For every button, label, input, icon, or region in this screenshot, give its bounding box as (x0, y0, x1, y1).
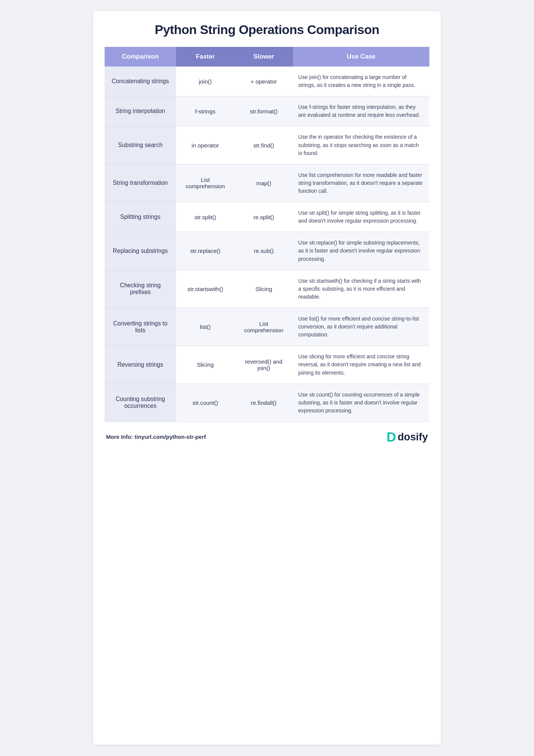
cell-comparison: Splitting strings (105, 202, 176, 232)
header-comparison: Comparison (105, 47, 176, 67)
cell-usecase: Use str.split() for simple string splitt… (293, 202, 429, 232)
cell-usecase: Use join() for concatenating a large num… (293, 67, 429, 96)
cell-comparison: Reversing strings (105, 346, 176, 384)
cell-comparison: Concatenating strings (105, 67, 176, 96)
cell-usecase: Use str.startswith() for checking if a s… (293, 270, 429, 308)
cell-slower: List comprehension (235, 308, 293, 345)
table-row: Substring searchin operatorstr.find()Use… (105, 126, 429, 164)
cell-comparison: String interpolation (105, 96, 176, 126)
footer-label: More Info: (106, 434, 133, 440)
table-row: Splitting stringsstr.split()re.split()Us… (105, 202, 429, 232)
cell-faster: str.count() (176, 384, 235, 421)
table-header-row: Comparison Faster Slower Use Case (105, 47, 429, 67)
header-slower: Slower (235, 47, 293, 67)
logo: D dosify (387, 430, 428, 443)
cell-faster: List comprehension (176, 164, 235, 202)
cell-comparison: Checking string prefixes (105, 270, 176, 308)
cell-slower: re.findall() (235, 384, 293, 421)
cell-slower: + operator (235, 67, 293, 96)
cell-usecase: Use list comprehension for more readable… (293, 164, 429, 202)
cell-slower: reversed() and join() (235, 346, 293, 384)
cell-slower: re.split() (235, 202, 293, 232)
cell-slower: Slicing (235, 270, 293, 308)
cell-usecase: Use f-strings for faster string interpol… (293, 96, 429, 126)
footer-info: More Info: tinyurl.com/python-str-perf (106, 434, 206, 440)
cell-faster: list() (176, 308, 235, 345)
cell-usecase: Use str.replace() for simple substring r… (293, 232, 429, 270)
table-row: String transformationList comprehensionm… (105, 164, 429, 202)
cell-faster: str.startswith() (176, 270, 235, 308)
cell-comparison: Converting strings to lists (105, 308, 176, 345)
cell-slower: map() (235, 164, 293, 202)
logo-d: D (387, 430, 396, 443)
header-usecase: Use Case (293, 47, 429, 67)
cell-faster: f-strings (176, 96, 235, 126)
cell-usecase: Use list() for more efficient and concis… (293, 308, 429, 345)
cell-comparison: String transformation (105, 164, 176, 202)
table-body: Concatenating stringsjoin()+ operatorUse… (105, 67, 429, 421)
cell-faster: str.replace() (176, 232, 235, 270)
cell-usecase: Use slicing for more efficient and conci… (293, 346, 429, 384)
cell-slower: str.format() (235, 96, 293, 126)
footer-url: tinyurl.com/python-str-perf (134, 434, 206, 440)
cell-slower: str.find() (235, 126, 293, 164)
cell-faster: in operator (176, 126, 235, 164)
cell-comparison: Counting substring occurrences (105, 384, 176, 421)
cell-faster: join() (176, 67, 235, 96)
table-row: Replacing substringsstr.replace()re.sub(… (105, 232, 429, 270)
table-row: Converting strings to listslist()List co… (105, 308, 429, 345)
cell-slower: re.sub() (235, 232, 293, 270)
table-row: String interpolationf-stringsstr.format(… (105, 96, 429, 126)
header-faster: Faster (176, 47, 235, 67)
logo-text: dosify (398, 432, 428, 442)
table-row: Concatenating stringsjoin()+ operatorUse… (105, 67, 429, 96)
table-row: Checking string prefixesstr.startswith()… (105, 270, 429, 308)
main-container: Python String Operations Comparison Comp… (93, 11, 441, 745)
cell-faster: Slicing (176, 346, 235, 384)
cell-comparison: Replacing substrings (105, 232, 176, 270)
table-row: Counting substring occurrencesstr.count(… (105, 384, 429, 421)
page-title: Python String Operations Comparison (105, 23, 429, 37)
footer: More Info: tinyurl.com/python-str-perf D… (105, 430, 429, 443)
cell-usecase: Use str.count() for counting occurrences… (293, 384, 429, 421)
cell-comparison: Substring search (105, 126, 176, 164)
comparison-table: Comparison Faster Slower Use Case Concat… (105, 47, 429, 422)
cell-faster: str.split() (176, 202, 235, 232)
table-row: Reversing stringsSlicingreversed() and j… (105, 346, 429, 384)
cell-usecase: Use the in operator for checking the exi… (293, 126, 429, 164)
